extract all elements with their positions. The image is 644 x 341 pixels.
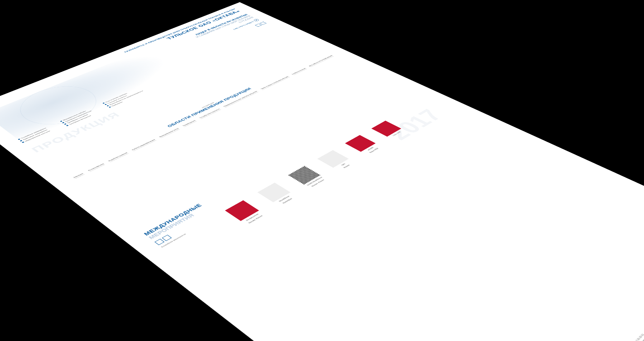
footer-email[interactable]: Оставить заявку [633,336,644,341]
event-loc: Москва, Россия [248,215,263,224]
event-loc: Франкфурт [282,198,293,204]
events-prev-icon[interactable] [154,239,164,245]
event-logo [225,200,259,221]
play-icon [253,19,260,22]
event-name: Интерполитех [245,213,260,221]
event-loc: Москва, Россия [311,179,325,187]
tab-item[interactable]: Авиация [73,173,85,179]
event-card[interactable]: MusikMesse Франкфурт [255,182,298,208]
page-mockup: РАЗРАБОТКА И ПРОИЗВОДСТВО ЭЛЕКТРОАКУСТИЧ… [0,2,644,341]
event-name: MusikMesse [279,195,290,202]
events-grid: Интерполитех Москва, Россия MusikMesse Ф… [223,103,439,226]
events-title-1: МЕЖДУНАРОДНЫЕ [143,89,413,237]
event-card[interactable]: Интерполитех Москва, Россия [223,199,268,227]
hero-section: РАЗРАБОТКА И ПРОИЗВОДСТВО ЭЛЕКТРОАКУСТИЧ… [0,8,280,141]
footer-tel: +7 (487) 2 36-30-91 [629,333,644,341]
events-next-icon[interactable] [162,235,172,241]
event-name: NAMM MusikMesse [306,176,322,186]
footer: © ОАО «Октава», 2017 НАПИСАТЬ Россия, 30… [486,240,644,341]
events-section: МЕЖДУНАРОДНЫЕ МЕРОПРИЯТИЯ Ближайшие меро… [143,89,429,248]
hero-nav [255,22,267,27]
event-logo [257,183,290,202]
nav-prev-icon[interactable] [255,24,262,27]
